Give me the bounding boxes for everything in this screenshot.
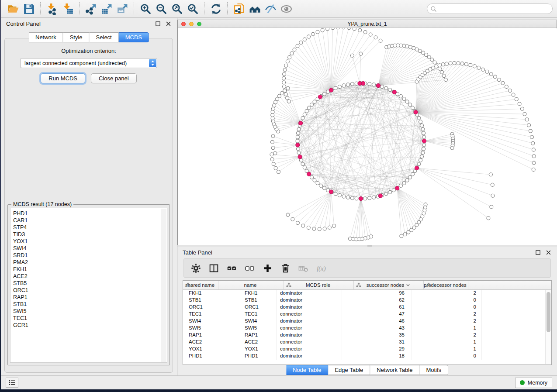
cell-predecessor-nodes[interactable]: 2	[412, 332, 482, 339]
cell-shared-name[interactable]: FKH1	[183, 290, 241, 297]
new-network-from-selection-button[interactable]	[231, 2, 247, 16]
window-zoom-icon[interactable]	[197, 22, 201, 26]
mcds-result-item[interactable]: FKH1	[13, 266, 167, 273]
cell-shared-name[interactable]: STB1	[183, 297, 241, 304]
float-table-panel-button[interactable]	[535, 249, 541, 256]
cell-predecessor-nodes[interactable]: 2	[412, 290, 482, 297]
control-panel-tab[interactable]: Select	[90, 32, 119, 42]
cell-predecessor-nodes[interactable]: 0	[412, 353, 482, 360]
table-column-header[interactable]: shared name	[183, 281, 218, 289]
cell-mcds-role[interactable]: dominator	[277, 332, 342, 339]
save-button[interactable]	[21, 2, 37, 16]
cell-shared-name[interactable]: ORC1	[183, 304, 241, 311]
cell-shared-name[interactable]: PHD1	[183, 353, 241, 360]
cell-shared-name[interactable]: ACE2	[183, 339, 241, 346]
deselect-all-icon[interactable]	[244, 263, 255, 273]
cell-name[interactable]: RAP1	[241, 332, 277, 339]
cell-name[interactable]: SWI5	[241, 325, 277, 332]
cell-shared-name[interactable]: RAP1	[183, 332, 241, 339]
cell-predecessor-nodes[interactable]: 0	[412, 297, 482, 304]
table-row[interactable]: SWI5 SWI5 connector 43 1	[183, 325, 551, 332]
cell-successor-nodes[interactable]: 62	[342, 297, 412, 304]
cell-mcds-role[interactable]: connector	[277, 311, 342, 318]
select-stepper-icon[interactable]	[149, 59, 156, 67]
fx-icon[interactable]: f(x)	[316, 263, 326, 273]
mcds-result-item[interactable]: SRD1	[13, 252, 167, 259]
mcds-result-item[interactable]: STB5	[13, 280, 167, 287]
cell-predecessor-nodes[interactable]: 2	[412, 311, 482, 318]
cell-shared-name[interactable]: SWI5	[183, 325, 241, 332]
task-history-button[interactable]	[6, 378, 18, 388]
cell-shared-name[interactable]: YOX1	[183, 346, 241, 353]
cell-name[interactable]: FKH1	[241, 290, 277, 297]
home-pages-button[interactable]	[247, 2, 263, 16]
cell-predecessor-nodes[interactable]: 0	[412, 304, 482, 311]
table-tab[interactable]: Motifs	[419, 365, 448, 375]
cell-name[interactable]: STB1	[241, 297, 277, 304]
mcds-result-item[interactable]: TEC1	[13, 315, 167, 322]
table-scrollbar[interactable]	[545, 290, 551, 364]
table-row[interactable]: FKH1 FKH1 dominator 96 2	[183, 290, 551, 297]
mcds-result-item[interactable]: ORC1	[13, 287, 167, 294]
mcds-result-item[interactable]: CAR1	[13, 217, 167, 224]
control-panel-tab[interactable]: Network	[29, 32, 63, 42]
float-panel-button[interactable]	[155, 21, 161, 27]
table-row[interactable]: STB1 STB1 dominator 62 0	[183, 297, 551, 304]
select-all-icon[interactable]	[226, 263, 237, 273]
cell-predecessor-nodes[interactable]: 2	[412, 318, 482, 325]
memory-button[interactable]: Memory	[515, 378, 552, 388]
table-row[interactable]: TEC1 TEC1 connector 47 2	[183, 311, 551, 318]
network-window-titlebar[interactable]: YPA_prune.txt_1	[178, 20, 557, 28]
table-tab[interactable]: Edge Table	[328, 365, 370, 375]
show-all-button[interactable]	[278, 2, 294, 16]
gear-icon[interactable]	[190, 263, 201, 273]
cell-mcds-role[interactable]: dominator	[277, 297, 342, 304]
window-close-icon[interactable]	[181, 22, 186, 26]
close-mcds-panel-button[interactable]: Close panel	[91, 73, 137, 83]
mcds-result-item[interactable]: GCR1	[13, 322, 167, 329]
window-minimize-icon[interactable]	[189, 22, 194, 26]
cell-successor-nodes[interactable]: 46	[342, 318, 412, 325]
cell-successor-nodes[interactable]: 96	[342, 290, 412, 297]
table-row[interactable]: ORC1 ORC1 dominator 61 0	[183, 304, 551, 311]
table-tab[interactable]: Network Table	[370, 365, 419, 375]
refresh-layout-button[interactable]	[208, 2, 224, 16]
mcds-result-item[interactable]: RAP1	[13, 294, 167, 301]
mcds-result-item[interactable]: STP4	[13, 224, 167, 231]
export-image-button[interactable]	[114, 2, 130, 16]
table-column-header[interactable]: MCDS role	[284, 281, 354, 289]
cell-successor-nodes[interactable]: 31	[342, 339, 412, 346]
cell-successor-nodes[interactable]: 29	[342, 346, 412, 353]
table-column-header[interactable]: name	[218, 281, 284, 289]
delete-table-icon[interactable]	[298, 263, 308, 273]
cell-name[interactable]: SWI4	[241, 318, 277, 325]
cell-mcds-role[interactable]: dominator	[277, 353, 342, 360]
cell-successor-nodes[interactable]: 61	[342, 304, 412, 311]
mcds-result-item[interactable]: SWI4	[13, 245, 167, 252]
criterion-select[interactable]: largest connected component (undirected)	[20, 58, 157, 68]
cell-shared-name[interactable]: SWI4	[183, 318, 241, 325]
run-mcds-button[interactable]: Run MCDS	[41, 73, 85, 83]
add-icon[interactable]	[262, 263, 273, 273]
close-panel-button[interactable]	[165, 21, 172, 27]
cell-successor-nodes[interactable]: 18	[342, 353, 412, 360]
cell-name[interactable]: PHD1	[241, 353, 277, 360]
cell-predecessor-nodes[interactable]: 1	[412, 339, 482, 346]
table-row[interactable]: PHD1 PHD1 dominator 18 0	[183, 353, 551, 360]
mcds-result-list[interactable]: PHD1CAR1STP4TID3YOX1SWI4SRD1PMA2FKH1ACE2…	[10, 208, 167, 363]
cell-shared-name[interactable]: TEC1	[183, 311, 241, 318]
mcds-result-item[interactable]: TID3	[13, 231, 167, 238]
mcds-result-item[interactable]: STB1	[13, 301, 167, 308]
zoom-selected-button[interactable]	[185, 2, 201, 16]
cell-predecessor-nodes[interactable]: 1	[412, 346, 482, 353]
cell-predecessor-nodes[interactable]: 1	[412, 325, 482, 332]
export-table-button[interactable]	[99, 2, 114, 16]
zoom-in-button[interactable]	[138, 2, 153, 16]
table-column-header[interactable]: predecessor nodes	[424, 281, 468, 289]
cell-successor-nodes[interactable]: 43	[342, 325, 412, 332]
cell-name[interactable]: YOX1	[241, 346, 277, 353]
control-panel-tab[interactable]: Style	[63, 32, 90, 42]
mcds-result-item[interactable]: SWI5	[13, 308, 167, 315]
table-row[interactable]: YOX1 YOX1 connector 29 1	[183, 346, 551, 353]
cell-mcds-role[interactable]: connector	[277, 346, 342, 353]
